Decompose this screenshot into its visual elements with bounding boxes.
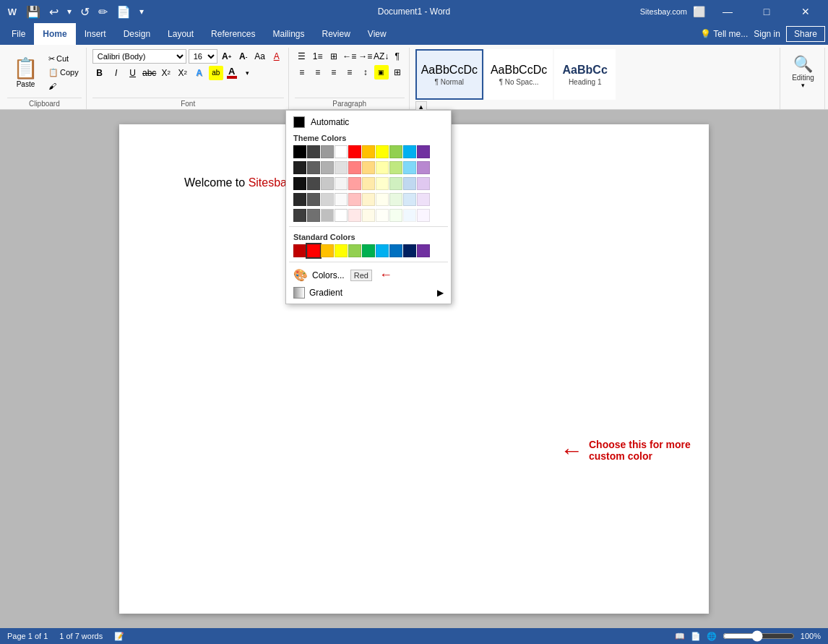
- theme-color-swatch[interactable]: [335, 145, 348, 158]
- theme-tint-swatch[interactable]: [362, 193, 375, 206]
- theme-tint-swatch[interactable]: [417, 209, 430, 222]
- save-button[interactable]: 💾: [23, 4, 43, 20]
- bullets-button[interactable]: ☰: [295, 49, 309, 64]
- theme-tint-swatch[interactable]: [307, 193, 320, 206]
- gradient-option[interactable]: Gradient ▶: [289, 285, 448, 301]
- sign-in-button[interactable]: Sign in: [754, 29, 780, 39]
- theme-tint-swatch[interactable]: [293, 161, 306, 174]
- justify-button[interactable]: ≡: [342, 65, 357, 80]
- theme-tint-swatch[interactable]: [348, 161, 361, 174]
- theme-tint-swatch[interactable]: [376, 177, 389, 190]
- text-highlight-button[interactable]: ab: [209, 66, 223, 80]
- copy-button[interactable]: 📋 Copy: [46, 66, 82, 79]
- style-heading1[interactable]: AaBbCc Heading 1: [554, 49, 616, 100]
- touch-mode-button[interactable]: ✏: [95, 4, 111, 20]
- theme-color-swatch[interactable]: [403, 145, 416, 158]
- text-effects-button[interactable]: A: [192, 66, 207, 80]
- show-formatting-button[interactable]: ¶: [390, 49, 405, 64]
- multilevel-list-button[interactable]: ⊞: [327, 49, 341, 64]
- align-right-button[interactable]: ≡: [327, 65, 341, 80]
- align-center-button[interactable]: ≡: [311, 65, 325, 80]
- std-color-purple[interactable]: [417, 244, 430, 257]
- theme-tint-swatch[interactable]: [376, 161, 389, 174]
- theme-tint-swatch[interactable]: [389, 209, 402, 222]
- std-color-red[interactable]: [307, 244, 320, 257]
- theme-tint-swatch[interactable]: [389, 161, 402, 174]
- automatic-color-option[interactable]: Automatic: [289, 113, 448, 131]
- format-painter-button[interactable]: 🖌: [46, 80, 82, 92]
- close-button[interactable]: ✕: [789, 0, 822, 23]
- undo-button[interactable]: ↩: [46, 4, 61, 20]
- restore-window-icon[interactable]: ⬜: [693, 6, 705, 17]
- theme-color-swatch[interactable]: [321, 145, 334, 158]
- clear-format-button[interactable]: A: [269, 49, 284, 64]
- grow-font-button[interactable]: A+: [220, 49, 234, 64]
- theme-tint-swatch[interactable]: [293, 193, 306, 206]
- style-normal[interactable]: AaBbCcDc ¶ Normal: [415, 49, 483, 100]
- proofing-icon[interactable]: 📝: [114, 632, 124, 641]
- std-color-dark-blue[interactable]: [403, 244, 416, 257]
- font-color-dropdown[interactable]: ▾: [241, 66, 255, 80]
- italic-button[interactable]: I: [109, 66, 124, 80]
- tab-file[interactable]: File: [3, 23, 34, 45]
- tab-review[interactable]: Review: [313, 23, 358, 45]
- theme-tint-swatch[interactable]: [307, 161, 320, 174]
- theme-color-swatch[interactable]: [348, 145, 361, 158]
- print-preview-button[interactable]: 📄: [113, 4, 134, 20]
- increase-indent-button[interactable]: →≡: [358, 49, 373, 64]
- decrease-indent-button[interactable]: ←≡: [342, 49, 357, 64]
- std-color-light-green[interactable]: [348, 244, 361, 257]
- theme-tint-swatch[interactable]: [321, 209, 334, 222]
- style-no-space[interactable]: AaBbCcDc ¶ No Spac...: [485, 49, 553, 100]
- theme-tint-swatch[interactable]: [417, 161, 430, 174]
- theme-tint-swatch[interactable]: [321, 161, 334, 174]
- change-case-button[interactable]: Aa: [253, 49, 267, 64]
- tab-design[interactable]: Design: [115, 23, 159, 45]
- sort-button[interactable]: AZ↓: [374, 49, 389, 64]
- theme-color-swatch[interactable]: [417, 145, 430, 158]
- theme-tint-swatch[interactable]: [362, 209, 375, 222]
- tab-layout[interactable]: Layout: [159, 23, 202, 45]
- std-color-orange[interactable]: [321, 244, 334, 257]
- std-color-green[interactable]: [362, 244, 375, 257]
- editing-button[interactable]: 🔍 Editing ▾: [786, 52, 820, 92]
- more-colors-row[interactable]: 🎨 Colors... Red ←: [289, 265, 448, 285]
- std-color-light-blue[interactable]: [376, 244, 389, 257]
- bold-button[interactable]: B: [92, 66, 107, 80]
- theme-color-swatch[interactable]: [376, 145, 389, 158]
- paste-button[interactable]: 📋 Paste: [7, 53, 44, 91]
- theme-tint-swatch[interactable]: [403, 177, 416, 190]
- theme-color-swatch[interactable]: [307, 145, 320, 158]
- maximize-button[interactable]: □: [750, 0, 783, 23]
- theme-tint-swatch[interactable]: [376, 209, 389, 222]
- theme-tint-swatch[interactable]: [403, 209, 416, 222]
- redo-button[interactable]: ↺: [77, 4, 92, 20]
- theme-tint-swatch[interactable]: [362, 177, 375, 190]
- font-size-select[interactable]: 16: [189, 49, 217, 64]
- theme-tint-swatch[interactable]: [389, 193, 402, 206]
- theme-tint-swatch[interactable]: [362, 161, 375, 174]
- theme-tint-swatch[interactable]: [403, 193, 416, 206]
- align-left-button[interactable]: ≡: [295, 65, 309, 80]
- zoom-slider[interactable]: [723, 630, 795, 642]
- print-layout-icon[interactable]: 📄: [691, 632, 701, 641]
- customize-qa-button[interactable]: ▾: [137, 5, 147, 18]
- theme-tint-swatch[interactable]: [348, 193, 361, 206]
- strikethrough-button[interactable]: abc: [142, 66, 157, 80]
- theme-tint-swatch[interactable]: [348, 177, 361, 190]
- std-color-dark-red[interactable]: [293, 244, 306, 257]
- theme-tint-swatch[interactable]: [307, 177, 320, 190]
- theme-tint-swatch[interactable]: [321, 177, 334, 190]
- superscript-button[interactable]: X2: [176, 66, 190, 80]
- theme-tint-swatch[interactable]: [335, 161, 348, 174]
- tab-mailings[interactable]: Mailings: [264, 23, 313, 45]
- tab-view[interactable]: View: [359, 23, 395, 45]
- editing-dropdown-arrow[interactable]: ▾: [801, 82, 805, 89]
- theme-tint-swatch[interactable]: [403, 161, 416, 174]
- theme-tint-swatch[interactable]: [389, 177, 402, 190]
- cut-button[interactable]: ✂ Cut: [46, 53, 82, 65]
- theme-tint-swatch[interactable]: [376, 193, 389, 206]
- font-color-button[interactable]: A: [225, 65, 238, 80]
- line-spacing-button[interactable]: ↕: [358, 65, 373, 80]
- theme-tint-swatch[interactable]: [417, 177, 430, 190]
